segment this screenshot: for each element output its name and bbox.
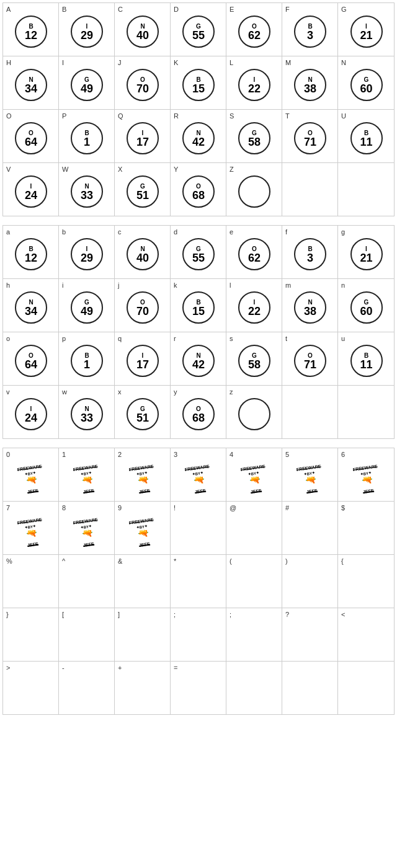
cell-label: k [174, 281, 177, 289]
cell-label: 3 [174, 451, 177, 458]
cell-label: r [174, 335, 176, 342]
cell-label: U [341, 112, 346, 120]
cell-label: e [230, 228, 233, 236]
blank-cell: * [171, 555, 226, 608]
cell-label: I [62, 59, 64, 66]
ball-number: 33 [81, 412, 93, 423]
ball-number: 42 [192, 359, 205, 370]
cell-label: c [118, 228, 122, 236]
cell-label: 1 [62, 451, 66, 458]
bingo-cell: YO68 [171, 163, 226, 216]
bingo-ball: I17 [127, 345, 159, 377]
freeware-cell: 0FREEWARE✦BY✦🔫JEFE [3, 448, 59, 501]
bingo-ball: O71 [294, 122, 326, 154]
ball-number: 17 [136, 136, 149, 148]
bingo-ball: B3 [294, 16, 326, 48]
cell-label: ! [174, 504, 176, 512]
bingo-cell: JO70 [115, 56, 171, 109]
ball-number: 60 [360, 83, 372, 94]
bingo-cell: FB3 [282, 3, 338, 56]
grid-row: HN34IG49JO70KB15LI22MN38NG60 [3, 56, 394, 110]
cell-label: E [230, 6, 234, 13]
blank-cell: @ [226, 502, 282, 554]
cell-label: P [62, 112, 66, 120]
bingo-cell: KB15 [171, 56, 226, 109]
bingo-cell: yO68 [171, 386, 226, 438]
ball-number: 68 [192, 190, 205, 201]
freeware-image: FREEWARE✦BY✦🔫JEFE [233, 461, 275, 495]
ball-number: 71 [304, 136, 316, 148]
bingo-ball: B11 [350, 345, 383, 377]
bingo-cell: z [226, 386, 282, 438]
cell-label: 6 [341, 451, 345, 458]
bingo-cell: kB15 [171, 279, 226, 332]
bingo-ball: O68 [182, 398, 215, 430]
ball-number: 1 [84, 136, 90, 148]
blank-cell [282, 163, 338, 216]
blank-cell [338, 662, 394, 714]
ball-number: 60 [360, 306, 372, 317]
ball-number: 24 [25, 412, 37, 423]
freeware-cell: 2FREEWARE✦BY✦🔫JEFE [115, 448, 171, 501]
freeware-cell: 5FREEWARE✦BY✦🔫JEFE [282, 448, 338, 501]
bingo-cell: dG55 [171, 226, 226, 278]
ball-number: 64 [25, 136, 37, 148]
blank-cell: } [3, 608, 59, 661]
cell-label: O [6, 112, 12, 120]
blank-cell: ] [115, 608, 171, 661]
ball-number: 71 [304, 359, 316, 370]
cell-label: 7 [6, 504, 10, 512]
cell-label: { [341, 557, 344, 565]
bingo-ball: B1 [71, 122, 103, 154]
blank-cell [338, 163, 394, 216]
bingo-ball: O71 [294, 345, 326, 377]
ball-number: 51 [136, 190, 149, 201]
bingo-ball: N33 [71, 175, 103, 208]
cell-label: S [230, 112, 234, 120]
bingo-ball: I29 [71, 238, 103, 270]
grid-row: 7FREEWARE✦BY✦🔫JEFE8FREEWARE✦BY✦🔫JEFE9FRE… [3, 502, 394, 555]
bingo-cell: XG51 [115, 163, 171, 216]
bingo-ball: G60 [350, 69, 383, 101]
freeware-cell: 3FREEWARE✦BY✦🔫JEFE [171, 448, 226, 501]
blank-cell: # [282, 502, 338, 554]
bingo-ball: B1 [71, 345, 103, 377]
ball-number: 12 [25, 30, 37, 41]
bingo-cell: aB12 [3, 226, 59, 278]
grid-row: hN34iG49jO70kB15lI22mN38nG60 [3, 279, 394, 332]
blank-cell [338, 386, 394, 438]
cell-label: z [230, 388, 233, 396]
bingo-ball: O62 [238, 238, 270, 270]
grid-row: VI24WN33XG51YO68Z [3, 163, 394, 216]
freeware-cell: 4FREEWARE✦BY✦🔫JEFE [226, 448, 282, 501]
cell-label: 0 [6, 451, 10, 458]
cell-label: W [62, 166, 68, 173]
cell-label: 5 [285, 451, 289, 458]
ball-number: 68 [192, 412, 205, 423]
blank-cell: & [115, 555, 171, 608]
ball-number: 29 [81, 30, 93, 41]
cell-label: Q [118, 112, 123, 120]
bingo-ball: B12 [15, 238, 47, 270]
cell-label: u [341, 335, 345, 342]
ball-number: 38 [304, 306, 316, 317]
grid-row: oO64pB1qI17rN42sG58tO71uB11 [3, 332, 394, 386]
cell-label: * [174, 557, 176, 565]
bingo-ball: I21 [350, 16, 383, 48]
bingo-cell: AB12 [3, 3, 59, 56]
cell-label: @ [230, 504, 236, 512]
bingo-cell: HN34 [3, 56, 59, 109]
blank-cell: + [115, 662, 171, 714]
bingo-ball: G49 [71, 69, 103, 101]
bingo-cell: lI22 [226, 279, 282, 332]
freeware-image: FREEWARE✦BY✦🔫JEFE [177, 461, 220, 495]
ball-number: 62 [248, 252, 261, 264]
bingo-ball: G58 [238, 345, 270, 377]
ball-number: 64 [25, 359, 37, 370]
grid-row: 0FREEWARE✦BY✦🔫JEFE1FREEWARE✦BY✦🔫JEFE2FRE… [3, 448, 394, 502]
bingo-cell: MN38 [282, 56, 338, 109]
blank-cell: - [59, 662, 115, 714]
ball-number: 55 [192, 252, 205, 264]
bingo-ball: N42 [182, 122, 215, 154]
cell-label: 2 [118, 451, 122, 458]
